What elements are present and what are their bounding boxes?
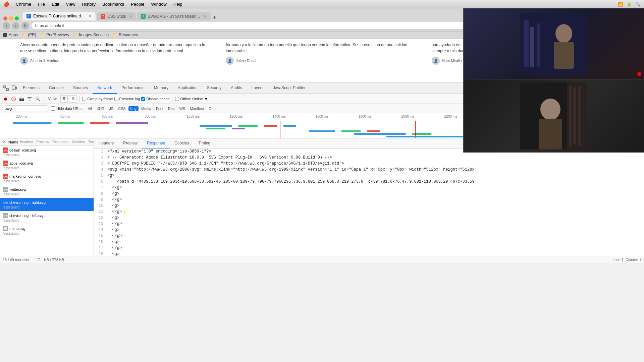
detail-tab-preview[interactable]: Preview bbox=[118, 138, 142, 148]
filter-button[interactable] bbox=[26, 96, 33, 102]
person-silhouette-top bbox=[520, 13, 587, 74]
filter-font[interactable]: Font bbox=[154, 106, 165, 111]
bookmark-images-services[interactable]: 📁 Images Services bbox=[73, 33, 109, 37]
filter-xhr[interactable]: XHR bbox=[95, 106, 106, 111]
record-button[interactable]: ⏺ bbox=[2, 96, 9, 102]
file-item-twitter[interactable]: SVG twitter.svg /assets/svg bbox=[0, 185, 94, 198]
group-by-frame-checkbox[interactable] bbox=[82, 97, 86, 101]
tab-security[interactable]: Security bbox=[202, 82, 226, 94]
hide-data-urls-label[interactable]: Hide data URLs bbox=[51, 106, 83, 111]
cookies-tab-in-list[interactable]: Cookies bbox=[72, 140, 85, 144]
tab-javascript-profiler[interactable]: JavaScript Profiler bbox=[268, 82, 310, 94]
file-item-menu[interactable]: menu.svg /assets/svg bbox=[0, 224, 94, 237]
tab-elements[interactable]: Elements bbox=[18, 82, 44, 94]
hide-data-urls-checkbox[interactable] bbox=[51, 106, 55, 111]
filter-js[interactable]: JS bbox=[107, 106, 115, 111]
column-close-button[interactable]: ✕ bbox=[3, 140, 6, 144]
search-mac-icon[interactable]: 🔍 bbox=[635, 2, 641, 7]
tab-memory[interactable]: Memory bbox=[149, 82, 173, 94]
filter-ws[interactable]: WS bbox=[177, 106, 187, 111]
menu-window[interactable]: Window bbox=[151, 2, 167, 7]
screenshot-button[interactable]: 📷 bbox=[18, 96, 25, 102]
clear-button[interactable]: 🚫 bbox=[10, 96, 17, 102]
menu-help[interactable]: Help bbox=[173, 2, 182, 7]
menu-edit[interactable]: Edit bbox=[52, 2, 59, 7]
preserve-log-checkbox[interactable] bbox=[114, 97, 118, 101]
tab-svgomg[interactable]: S SVGOMG - SVGO's Missing G... ✕ bbox=[137, 12, 211, 20]
group-by-frame-label[interactable]: Group by frame bbox=[82, 97, 113, 101]
response-tab-in-list[interactable]: Response bbox=[52, 140, 68, 144]
battery-icon: 🔋 bbox=[627, 2, 632, 7]
back-button[interactable]: ‹ bbox=[3, 22, 10, 29]
view-list-button[interactable]: ☰ bbox=[60, 95, 68, 103]
menu-view[interactable]: View bbox=[66, 2, 75, 7]
tab-close-escuela[interactable]: ✕ bbox=[89, 14, 92, 18]
new-tab-button[interactable]: + bbox=[213, 14, 216, 20]
disable-cache-checkbox[interactable] bbox=[141, 97, 145, 101]
line-content-16: <g> bbox=[106, 239, 644, 245]
line-number-14: 14 bbox=[94, 227, 106, 233]
timeline-label-1200: 1200 ms bbox=[215, 115, 258, 118]
headers-tab-in-list[interactable]: Headers bbox=[20, 140, 33, 144]
disable-cache-label[interactable]: Disable cache bbox=[141, 97, 169, 101]
menu-history[interactable]: History bbox=[82, 2, 96, 7]
file-item-chevron-left[interactable]: SVG chevron-sign-left.svg /assets/svg bbox=[0, 211, 94, 224]
window-minimize-btn[interactable] bbox=[9, 16, 13, 20]
element-picker-button[interactable] bbox=[2, 84, 10, 92]
device-toolbar-button[interactable] bbox=[10, 84, 18, 92]
tab-cssstats[interactable]: C CSS Stats ✕ bbox=[97, 12, 136, 20]
filter-img[interactable]: Img bbox=[128, 106, 139, 111]
filter-media[interactable]: Media bbox=[139, 106, 153, 111]
code-line-16: 16 <g> bbox=[94, 239, 644, 245]
window-close-btn[interactable] bbox=[3, 16, 7, 20]
menu-people[interactable]: People bbox=[131, 2, 144, 7]
online-select[interactable]: Online bbox=[192, 97, 203, 101]
filter-css[interactable]: CSS bbox=[116, 106, 128, 111]
timing-tab-in-list[interactable]: Timing bbox=[88, 140, 94, 144]
menu-file[interactable]: File bbox=[38, 2, 45, 7]
bookmark-apps[interactable]: ⬛ Apps bbox=[3, 33, 18, 37]
detail-tab-response[interactable]: Response bbox=[142, 138, 170, 148]
offline-checkbox[interactable] bbox=[175, 97, 179, 101]
filter-manifest[interactable]: Manifest bbox=[188, 106, 206, 111]
filter-doc[interactable]: Doc bbox=[166, 106, 177, 111]
tab-audits[interactable]: Audits bbox=[226, 82, 247, 94]
preserve-log-label[interactable]: Preserve log bbox=[114, 97, 140, 101]
bookmark-apps-label: Apps bbox=[9, 33, 18, 37]
filter-all[interactable]: All bbox=[86, 106, 94, 111]
bookmark-perfreviews[interactable]: 📁 PerfReviews bbox=[40, 33, 69, 37]
menu-bookmarks[interactable]: Bookmarks bbox=[102, 2, 124, 7]
code-view[interactable]: 1 <?xml version="1.0" encoding="iso-8859… bbox=[94, 148, 644, 256]
online-dropdown-arrow[interactable]: ▼ bbox=[204, 97, 208, 101]
window-maximize-btn[interactable] bbox=[15, 16, 19, 20]
tab-escuela[interactable]: E EscuelaIT: Cursos online de C... ✕ bbox=[22, 12, 96, 20]
filter-input[interactable] bbox=[2, 105, 49, 112]
offline-label[interactable]: Offline bbox=[175, 97, 191, 101]
tab-sources[interactable]: Sources bbox=[68, 82, 93, 94]
bookmark-resources[interactable]: 📁 Resources bbox=[113, 33, 138, 37]
bookmark-pr[interactable]: 📁 (PR) bbox=[22, 33, 36, 37]
tab-layers[interactable]: Layers bbox=[247, 82, 268, 94]
tab-network[interactable]: Network bbox=[93, 82, 117, 94]
tab-performance[interactable]: Performance bbox=[117, 82, 149, 94]
forward-button[interactable]: › bbox=[12, 22, 19, 29]
file-item-chevron-right[interactable]: SVG chevron-sign-right.svg /assets/svg bbox=[0, 198, 94, 211]
file-item-marketing-icon[interactable]: SVG marketing_icon.svg /assets/svg bbox=[0, 172, 94, 185]
menu-chrome[interactable]: Chrome bbox=[16, 2, 31, 7]
search-network-button[interactable]: 🔍 bbox=[34, 96, 41, 102]
view-waterfall-button[interactable]: ⊞ bbox=[69, 95, 76, 103]
file-item-apps-icon[interactable]: SVG apps_icon.svg /assets/svg bbox=[0, 159, 94, 172]
detail-tab-cookies[interactable]: Cookies bbox=[170, 138, 194, 148]
code-line-11: 11 </g> bbox=[94, 209, 644, 215]
preview-tab-in-list[interactable]: Preview bbox=[36, 140, 49, 144]
tab-close-svgomg[interactable]: ✕ bbox=[204, 14, 207, 19]
filter-other[interactable]: Other bbox=[207, 106, 220, 111]
tab-close-cssstats[interactable]: ✕ bbox=[129, 14, 132, 19]
detail-tab-timing[interactable]: Timing bbox=[194, 138, 215, 148]
file-item-design-icon[interactable]: SVG design_icon.svg /assets/svg bbox=[0, 146, 94, 159]
detail-tab-headers[interactable]: Headers bbox=[94, 138, 118, 148]
transfer-size: 17.1 KB / 773 KB ... bbox=[36, 258, 68, 262]
tab-application[interactable]: Application bbox=[173, 82, 202, 94]
tab-console[interactable]: Console bbox=[44, 82, 68, 94]
reload-button[interactable]: ↻ bbox=[21, 22, 29, 29]
